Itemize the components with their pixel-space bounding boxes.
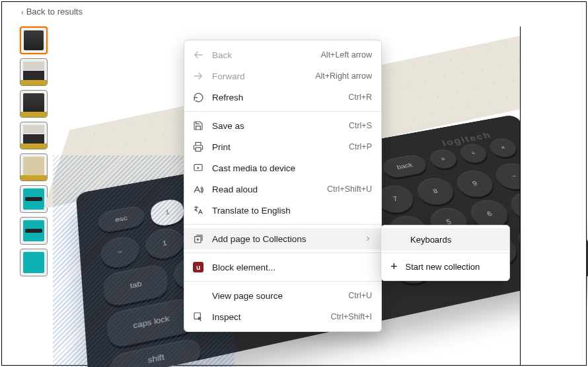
ctx-print-accel: Ctrl+P (349, 142, 372, 151)
key-num-eq: = (427, 147, 460, 171)
ctx-divider-3 (184, 253, 381, 253)
ctx-source-accel: Ctrl+U (348, 291, 372, 300)
ctx-refresh-accel: Ctrl+R (348, 93, 372, 102)
arrow-right-icon (192, 70, 204, 82)
thumbnail-6[interactable] (20, 185, 48, 213)
arrow-left-icon (192, 49, 204, 61)
right-column (520, 26, 586, 365)
key-num8: 8 (413, 175, 458, 208)
ctx-divider-2 (184, 224, 381, 225)
chevron-left-icon: ‹ (21, 8, 24, 16)
key-tilde: ~ (100, 234, 141, 271)
ctx-translate[interactable]: Translate to English (184, 200, 381, 221)
ctx-save-as[interactable]: Save as Ctrl+S (184, 115, 381, 136)
inspect-icon (192, 311, 204, 323)
save-icon (192, 120, 204, 132)
key-tab: tab (102, 263, 169, 308)
ctx-refresh-label: Refresh (212, 93, 340, 102)
print-icon (192, 141, 204, 153)
thumbnail-7[interactable] (20, 217, 48, 245)
back-to-results-link[interactable]: ‹ Back to results (21, 7, 83, 17)
ctx-read-aloud[interactable]: Read aloud Ctrl+Shift+U (184, 179, 381, 200)
collection-new-label: Start new collection (406, 262, 480, 272)
cast-icon (192, 162, 204, 174)
ctx-print-label: Print (212, 142, 341, 152)
key-num-div: ÷ (457, 142, 490, 165)
ctx-block-label: Block element... (212, 263, 372, 272)
key-f1: 1 (149, 198, 186, 228)
ctx-add-to-collections[interactable]: Add page to Collections (184, 228, 381, 249)
ctx-refresh[interactable]: Refresh Ctrl+R (184, 87, 381, 108)
ctx-block-element[interactable]: u Block element... (184, 257, 381, 278)
ctx-back: Back Alt+Left arrow (184, 44, 381, 65)
ctx-inspect-label: Inspect (212, 312, 322, 322)
key-num-mul: × (487, 137, 520, 159)
key-back: back (380, 153, 429, 180)
ctx-back-label: Back (212, 50, 313, 60)
back-link-text: Back to results (26, 7, 83, 17)
context-menu: Back Alt+Left arrow Forward Alt+Right ar… (184, 40, 382, 332)
collection-keyboards[interactable]: Keyboards (381, 228, 509, 251)
ctx-collections-label: Add page to Collections (212, 234, 356, 244)
key-1: 1 (144, 225, 186, 262)
ctx-source-label: View page source (212, 291, 340, 301)
thumbnail-1[interactable] (20, 26, 48, 54)
ctx-cast[interactable]: Cast media to device (184, 157, 381, 179)
ctx-print[interactable]: Print Ctrl+P (184, 136, 381, 157)
ctx-save-accel: Ctrl+S (349, 121, 372, 130)
svg-rect-2 (196, 147, 201, 151)
plus-icon: + (390, 261, 398, 272)
ctx-back-accel: Alt+Left arrow (321, 50, 372, 60)
ctx-forward-label: Forward (212, 71, 307, 81)
collections-icon (192, 233, 204, 245)
ctx-translate-label: Translate to English (212, 206, 372, 216)
collection-existing-label: Keyboards (410, 235, 451, 245)
key-num9: 9 (453, 168, 498, 200)
collections-submenu: Keyboards + Start new collection (381, 225, 510, 281)
ctx-forward: Forward Alt+Right arrow (184, 65, 381, 87)
ublock-icon: u (192, 261, 204, 273)
thumbnail-5[interactable] (20, 153, 48, 181)
ctx-read-accel: Ctrl+Shift+U (327, 184, 372, 194)
ctx-divider-4 (184, 281, 381, 282)
ctx-divider-1 (184, 111, 381, 112)
thumbnail-strip (20, 26, 48, 276)
blank-icon (192, 290, 204, 302)
ctx-inspect-accel: Ctrl+Shift+I (330, 312, 372, 321)
ctx-cast-label: Cast media to device (212, 163, 372, 173)
thumbnail-8[interactable] (20, 249, 48, 276)
key-esc: esc (97, 204, 145, 233)
ctx-read-label: Read aloud (212, 184, 319, 194)
thumbnail-4[interactable] (20, 122, 48, 149)
thumbnail-2[interactable] (20, 58, 48, 86)
refresh-icon (192, 91, 204, 103)
svg-marker-4 (198, 167, 200, 169)
start-new-collection[interactable]: + Start new collection (381, 255, 509, 278)
ctx-forward-accel: Alt+Right arrow (315, 71, 372, 81)
submenu-divider (381, 253, 509, 253)
translate-icon (192, 204, 204, 216)
ctx-save-label: Save as (212, 121, 341, 131)
ctx-inspect[interactable]: Inspect Ctrl+Shift+I (184, 306, 381, 327)
read-aloud-icon (192, 183, 204, 195)
thumbnail-3[interactable] (20, 90, 48, 118)
chevron-right-icon (364, 235, 372, 243)
ctx-view-source[interactable]: View page source Ctrl+U (184, 285, 381, 306)
